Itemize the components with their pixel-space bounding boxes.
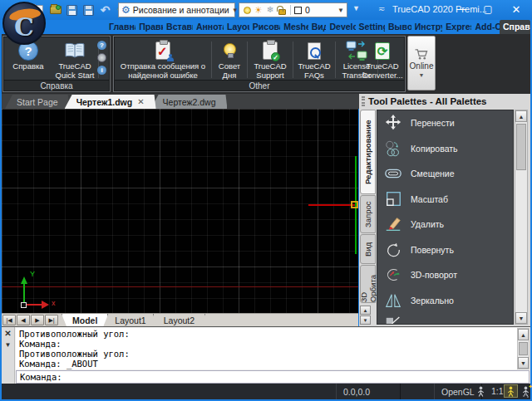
help-mini-icon[interactable]: ?: [97, 41, 106, 50]
tab-vstavka[interactable]: Вставка: [163, 20, 193, 34]
ucs-x-label: x: [52, 299, 56, 307]
tab-layout1[interactable]: Layout1: [104, 314, 156, 326]
tab-layout[interactable]: Layout: [224, 20, 249, 34]
tab-develop[interactable]: Develop: [326, 20, 355, 34]
scale-icon: [384, 190, 402, 208]
window-title: TrueCAD 2020 Premi...: [392, 4, 487, 14]
panel-label-help[interactable]: Справка: [4, 80, 109, 90]
history-line: Команда: _ABOUT: [19, 359, 517, 369]
palette-item-mirror[interactable]: Зеркально: [377, 288, 513, 314]
scroll-up-icon[interactable]: ▲: [518, 329, 529, 340]
faqs-button[interactable]: TrueCAD FAQs: [295, 39, 333, 80]
truecad-logo[interactable]: C: [2, 2, 46, 45]
support-button[interactable]: ✓ TrueCAD Support: [249, 39, 291, 80]
info-icon[interactable]: i: [97, 66, 106, 75]
tab-annotacii[interactable]: Аннотац: [193, 20, 224, 34]
web-globe-icon[interactable]: [97, 53, 106, 62]
tab-settings[interactable]: Settings: [356, 20, 385, 34]
scroll-down-icon[interactable]: ▼: [360, 315, 371, 325]
tab-spravka[interactable]: Справка: [500, 20, 530, 34]
command-input[interactable]: Команда:: [16, 370, 530, 384]
scroll-down-icon[interactable]: ▼: [515, 312, 527, 324]
ribbon-tab-bar: Главная Правка Вставка Аннотац Layout Ри…: [0, 20, 532, 34]
tab-meshes[interactable]: Meshes: [280, 20, 308, 34]
chevron-down-icon: ▼: [419, 72, 425, 78]
save-as-icon[interactable]: [81, 3, 96, 17]
palette-item-label: Копировать: [411, 144, 458, 154]
tab-drawing1[interactable]: Чертеж1.dwg ✕: [65, 95, 156, 109]
annotation-scale-value[interactable]: 1:1: [491, 386, 504, 396]
close-icon[interactable]: ✕: [4, 330, 11, 338]
tab-instrumenty[interactable]: Инструм: [411, 20, 443, 34]
scrollbar-thumb[interactable]: [519, 342, 528, 355]
palette-item-copy[interactable]: Копировать: [377, 136, 513, 162]
online-button[interactable]: Online ▼: [407, 36, 436, 90]
scrollbar-thumb[interactable]: [516, 124, 526, 170]
tab-pravka[interactable]: Правка: [135, 20, 163, 34]
scroll-up-icon[interactable]: ▲: [360, 306, 371, 315]
send-bug-report-button[interactable]: ✓ Отправка сообщения о найденной ошибке: [117, 39, 209, 80]
palette-item-3d-rotate[interactable]: 3D-поворот: [377, 262, 513, 288]
workspace-dropdown[interactable]: ⚙ Рисование и аннотации ▼: [118, 2, 235, 17]
tab-risovanie[interactable]: Рисован: [249, 20, 280, 34]
annotation-visibility-button[interactable]: [504, 384, 518, 398]
command-history[interactable]: Противоположный угол: Команда: Противопо…: [16, 328, 517, 369]
layer-freeze-icon[interactable]: ❄: [265, 5, 275, 15]
palette-item-move[interactable]: Перенести: [377, 110, 513, 136]
converter-label: TrueCAD Converter...: [360, 62, 405, 80]
layer-unlock-icon[interactable]: [277, 5, 287, 15]
resize-grip[interactable]: [522, 391, 529, 398]
palette-item-erase[interactable]: Удалить: [377, 212, 513, 237]
tab-express[interactable]: Express: [442, 20, 471, 34]
ucs-y-label: Y: [30, 270, 35, 278]
palette-item-rotate[interactable]: Повернуть: [377, 237, 513, 263]
palette-tab-view[interactable]: Вид: [360, 234, 376, 264]
converter-button[interactable]: ⟳ TrueCAD Converter...: [360, 39, 405, 80]
console-scrollbar[interactable]: ▲ ▼: [517, 328, 530, 369]
close-tab-icon[interactable]: ✕: [137, 97, 144, 106]
chevron-down-icon[interactable]: ▼: [337, 7, 344, 14]
tab-vid[interactable]: Вид: [308, 20, 327, 34]
annotation-scale-person-icon[interactable]: [474, 385, 487, 398]
tab-drawing2[interactable]: Чертеж2.dwg: [151, 95, 228, 109]
minimize-button[interactable]: —: [451, 0, 472, 18]
drawing-canvas[interactable]: Y x: [2, 109, 358, 313]
palette-header[interactable]: Tool Palettes - All Palettes: [359, 94, 530, 109]
close-button[interactable]: ✕: [504, 0, 529, 18]
open-file-icon[interactable]: [48, 3, 62, 17]
tab-start-page[interactable]: Start Page: [5, 95, 70, 109]
panel-label-other[interactable]: Other: [115, 80, 404, 90]
tab-glavnaya[interactable]: Главная: [106, 20, 135, 34]
save-icon[interactable]: [65, 3, 79, 17]
palette-tab-3d-orbit[interactable]: 3D Орбита: [360, 265, 376, 303]
tab-addon[interactable]: Add-On: [471, 20, 500, 34]
maximize-button[interactable]: ▢: [477, 0, 499, 18]
scroll-down-icon[interactable]: ▼: [518, 357, 529, 369]
first-tab-button[interactable]: |◀: [2, 315, 16, 325]
palette-tab-query[interactable]: Запрос: [360, 195, 376, 233]
tip-of-day-button[interactable]: Совет Дня: [214, 39, 245, 80]
next-tab-button[interactable]: ▶: [31, 315, 44, 325]
toolbar-dropdown-icon[interactable]: ▼: [352, 4, 360, 12]
tab-model[interactable]: Model: [62, 314, 108, 326]
tab-layout2[interactable]: Layout2: [153, 314, 205, 326]
mirror-icon: [384, 291, 402, 310]
palette-scrollbar[interactable]: ▲ ▼: [515, 110, 528, 325]
layer-on-icon[interactable]: [242, 5, 252, 15]
drag-grip-icon[interactable]: [362, 96, 365, 106]
star-badge-icon: ✦: [528, 384, 532, 390]
layer-thaw-icon[interactable]: ☀: [254, 5, 264, 15]
chevron-down-icon[interactable]: ▼: [5, 342, 12, 349]
help-button-label: Справка: [12, 62, 43, 71]
palette-item-partial[interactable]: [377, 313, 513, 325]
undo-icon[interactable]: ↶: [98, 3, 112, 17]
layer-color-swatch[interactable]: [294, 7, 302, 14]
tab-vyvod[interactable]: Вывод: [385, 20, 411, 34]
palette-tab-editing[interactable]: Редактирование: [360, 110, 376, 194]
palette-item-scale[interactable]: Масштаб: [377, 187, 513, 213]
palette-item-offset[interactable]: Смещение: [377, 161, 513, 187]
qat-customize-icon[interactable]: ≂: [378, 4, 386, 13]
prev-tab-button[interactable]: ◀: [17, 315, 30, 325]
scroll-up-icon[interactable]: ▲: [515, 110, 527, 122]
last-tab-button[interactable]: ▶|: [45, 315, 58, 325]
